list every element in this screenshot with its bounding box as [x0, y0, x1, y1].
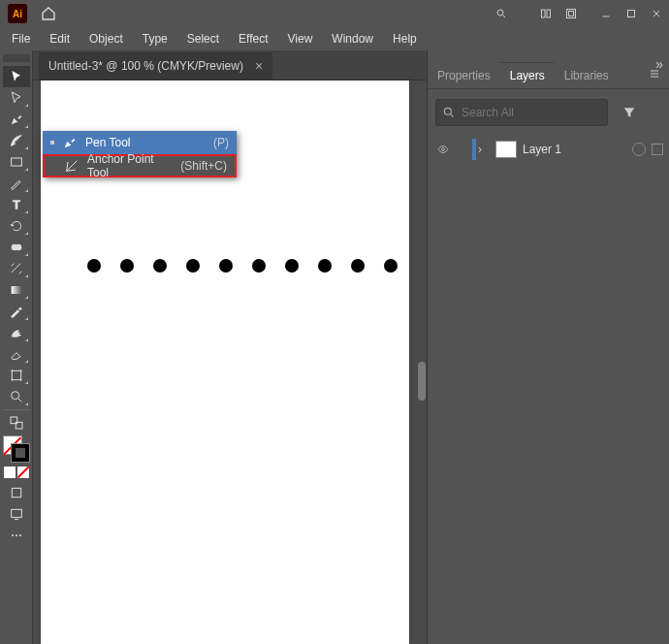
svg-rect-3 — [567, 10, 576, 18]
none-mode-icon[interactable] — [17, 467, 29, 478]
menu-select[interactable]: Select — [177, 28, 229, 49]
color-mode-icon[interactable] — [4, 467, 16, 478]
menu-object[interactable]: Object — [80, 28, 133, 49]
dot-shape[interactable] — [384, 259, 398, 273]
visibility-icon[interactable] — [433, 144, 453, 155]
maximize-button[interactable] — [619, 3, 644, 24]
menubar: File Edit Object Type Select Effect View… — [0, 27, 669, 50]
menu-view[interactable]: View — [278, 28, 323, 49]
document-tab-label: Untitled-3* @ 100 % (CMYK/Preview) — [48, 59, 243, 73]
dot-shape[interactable] — [186, 259, 200, 273]
dot-shape[interactable] — [120, 259, 134, 273]
pen-tool[interactable] — [3, 109, 30, 130]
search-icon — [442, 106, 456, 119]
draw-mode-icon[interactable] — [3, 482, 30, 503]
dot-shape[interactable] — [252, 259, 266, 273]
selection-box-icon[interactable] — [652, 144, 663, 155]
gradient-tool[interactable] — [3, 279, 30, 301]
rotate-tool[interactable] — [3, 215, 30, 237]
fill-stroke-swatch[interactable] — [3, 435, 30, 463]
menu-effect[interactable]: Effect — [229, 28, 277, 49]
dot-shape[interactable] — [318, 259, 332, 273]
artboard-tool[interactable] — [3, 365, 30, 386]
symbol-sprayer-tool[interactable] — [3, 322, 30, 343]
curvature-tool[interactable] — [3, 130, 30, 151]
minimize-button[interactable] — [593, 3, 619, 24]
svg-rect-10 — [12, 370, 20, 379]
menu-window[interactable]: Window — [322, 28, 383, 49]
menu-type[interactable]: Type — [133, 28, 177, 49]
scrollbar-thumb[interactable] — [418, 362, 426, 401]
svg-rect-6 — [11, 158, 21, 166]
svg-rect-9 — [11, 286, 21, 294]
pen-icon — [62, 135, 78, 150]
anchor-point-icon — [64, 158, 80, 174]
home-icon[interactable] — [35, 3, 62, 24]
menu-help[interactable]: Help — [383, 28, 427, 49]
svg-point-20 — [442, 148, 445, 151]
layer-row[interactable]: › Layer 1 — [428, 136, 669, 163]
edit-toolbar-icon[interactable] — [3, 525, 30, 546]
svg-point-11 — [11, 392, 18, 400]
flyout-pen-tool[interactable]: Pen Tool (P) — [43, 131, 237, 154]
canvas-area[interactable]: Pen Tool (P) Anchor Point Tool (Shift+C) — [33, 80, 427, 644]
svg-rect-2 — [547, 10, 551, 17]
workspace-icon[interactable] — [558, 3, 584, 24]
shape-builder-tool[interactable] — [3, 237, 30, 258]
width-tool[interactable] — [3, 258, 30, 279]
vertical-scrollbar[interactable] — [417, 80, 427, 644]
panel-menu-icon[interactable] — [640, 68, 669, 82]
tab-libraries[interactable]: Libraries — [555, 63, 619, 88]
dot-shape[interactable] — [153, 259, 167, 273]
panel-overflow-icon[interactable]: » — [655, 56, 663, 72]
artboard[interactable]: Pen Tool (P) Anchor Point Tool (Shift+C) — [41, 80, 409, 644]
svg-point-19 — [444, 108, 451, 114]
flyout-item-shortcut: (Shift+C) — [180, 159, 227, 173]
flyout-item-shortcut: (P) — [213, 136, 229, 149]
tools-grip[interactable] — [3, 54, 30, 62]
tab-layers[interactable]: Layers — [500, 62, 555, 88]
search-icon-global[interactable] — [489, 3, 514, 24]
toggle-fill-stroke[interactable] — [3, 412, 30, 434]
screen-mode-icon[interactable] — [3, 503, 30, 525]
panel-tabs: Properties Layers Libraries — [428, 62, 669, 89]
target-icon[interactable] — [632, 143, 646, 156]
document-tab[interactable]: Untitled-3* @ 100 % (CMYK/Preview) × — [39, 52, 272, 80]
layer-thumbnail[interactable] — [495, 141, 517, 158]
layers-search[interactable] — [435, 99, 608, 126]
type-tool[interactable] — [3, 194, 30, 215]
dot-shape[interactable] — [351, 259, 365, 273]
menu-file[interactable]: File — [2, 28, 40, 49]
flyout-item-label: Pen Tool — [85, 136, 206, 149]
eyedropper-tool[interactable] — [3, 301, 30, 322]
zoom-tool[interactable] — [3, 386, 30, 407]
active-bullet-icon — [50, 141, 54, 145]
svg-point-16 — [12, 534, 14, 536]
svg-point-17 — [16, 534, 17, 536]
svg-point-8 — [15, 244, 21, 251]
dot-shape[interactable] — [285, 259, 299, 273]
right-panel: » Properties Layers Libraries › Layer 1 — [427, 50, 669, 644]
search-input[interactable] — [462, 106, 607, 119]
svg-rect-14 — [12, 488, 20, 497]
arrange-docs-icon[interactable] — [533, 3, 558, 24]
close-button[interactable] — [644, 3, 669, 24]
eraser-tool[interactable] — [3, 343, 30, 365]
svg-point-18 — [19, 534, 21, 536]
tab-properties[interactable]: Properties — [428, 63, 500, 88]
paintbrush-tool[interactable] — [3, 173, 30, 194]
rectangle-tool[interactable] — [3, 151, 30, 173]
app-icon: Ai — [8, 4, 27, 23]
flyout-anchor-point-tool[interactable]: Anchor Point Tool (Shift+C) — [43, 154, 237, 177]
selection-tool[interactable] — [3, 66, 30, 87]
chevron-right-icon[interactable]: › — [478, 143, 490, 156]
tools-panel — [0, 50, 33, 644]
filter-icon[interactable] — [616, 99, 643, 126]
menu-edit[interactable]: Edit — [40, 28, 80, 49]
direct-selection-tool[interactable] — [3, 87, 30, 109]
layer-name[interactable]: Layer 1 — [523, 143, 632, 156]
close-tab-icon[interactable]: × — [255, 58, 263, 74]
stroke-swatch[interactable] — [11, 443, 30, 463]
dot-shape[interactable] — [219, 259, 233, 273]
dot-shape[interactable] — [87, 259, 101, 273]
